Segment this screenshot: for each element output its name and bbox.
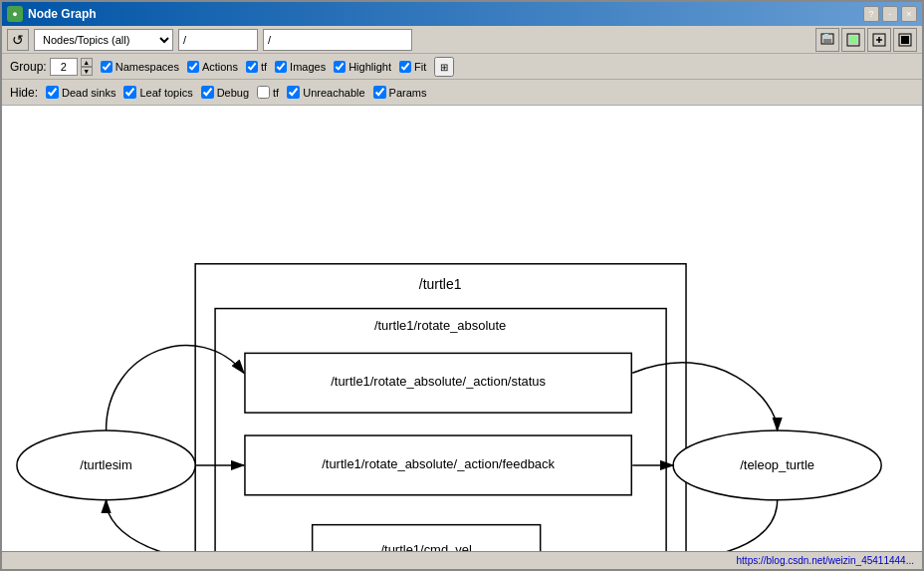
leaf-topics-option[interactable]: Leaf topics [123, 86, 192, 99]
tf-checkbox[interactable] [246, 61, 258, 73]
actions-label: Actions [202, 61, 238, 73]
params-option[interactable]: Params [373, 86, 427, 99]
main-toolbar: ↺ Nodes/Topics (all) [2, 26, 922, 54]
namespace-filter-input[interactable] [178, 29, 258, 51]
toolbar-icons [815, 28, 917, 52]
params-label: Params [389, 87, 427, 99]
close-button[interactable]: × [901, 6, 917, 22]
namespaces-option[interactable]: Namespaces [101, 61, 179, 73]
fit-checkbox[interactable] [399, 61, 411, 73]
turtlesim-label: /turtlesim [80, 457, 131, 472]
fit-label: Fit [414, 61, 426, 73]
params-checkbox[interactable] [373, 86, 386, 99]
highlight-label: Highlight [348, 61, 391, 73]
view-mode-dropdown[interactable]: Nodes/Topics (all) [34, 29, 173, 51]
debug-option[interactable]: Debug [201, 86, 249, 99]
tf-label: tf [261, 61, 267, 73]
main-window: ● Node Graph ? - × ↺ Nodes/Topics (all) [0, 0, 924, 571]
tf-option[interactable]: tf [246, 61, 267, 73]
images-label: Images [290, 61, 326, 73]
images-option[interactable]: Images [275, 61, 326, 73]
refresh-button[interactable]: ↺ [7, 29, 29, 51]
leaf-topics-checkbox[interactable] [123, 86, 136, 99]
rotate-absolute-label: /turtle1/rotate_absolute [374, 318, 506, 333]
group-label: Group: [10, 60, 47, 74]
separator: - [882, 6, 898, 22]
status-url: https://blog.csdn.net/weizin_45411444... [737, 555, 914, 566]
graph-area[interactable]: /turtle1 /turtle1/rotate_absolute /turtl… [2, 106, 922, 551]
graph-svg: /turtle1 /turtle1/rotate_absolute /turtl… [2, 106, 922, 551]
namespaces-checkbox[interactable] [101, 61, 113, 73]
node-filter-input[interactable] [263, 29, 412, 51]
options-button[interactable] [893, 28, 917, 52]
status-bar: https://blog.csdn.net/weizin_45411444... [2, 551, 922, 569]
group-down-button[interactable]: ▼ [81, 67, 93, 76]
images-checkbox[interactable] [275, 61, 287, 73]
tf-hide-label: tf [273, 87, 279, 99]
svg-rect-1 [823, 39, 831, 43]
titlebar: ● Node Graph ? - × [2, 2, 922, 26]
cmd-vel-label: /turtle1/cmd_vel [380, 542, 471, 551]
turtle1-label: /turtle1 [419, 276, 462, 292]
highlight-option[interactable]: Highlight [334, 61, 391, 73]
svg-rect-4 [849, 36, 857, 44]
svg-rect-9 [901, 36, 909, 44]
leaf-topics-label: Leaf topics [139, 87, 192, 99]
teleop-turtle-label: /teleop_turtle [740, 457, 814, 472]
help-button[interactable]: ? [863, 6, 879, 22]
group-control: Group: ▲ ▼ [10, 58, 93, 76]
hide-bar: Hide: Dead sinks Leaf topics Debug tf Un… [2, 80, 922, 106]
actions-option[interactable]: Actions [187, 61, 238, 73]
dead-sinks-option[interactable]: Dead sinks [46, 86, 116, 99]
titlebar-buttons: ? - × [863, 6, 917, 22]
fit-button[interactable] [841, 28, 865, 52]
rotate-absolute-rect[interactable] [215, 309, 666, 551]
debug-checkbox[interactable] [201, 86, 214, 99]
status-label: /turtle1/rotate_absolute/_action/status [331, 374, 546, 389]
svg-rect-2 [824, 34, 828, 38]
namespaces-label: Namespaces [116, 61, 179, 73]
dead-sinks-checkbox[interactable] [46, 86, 59, 99]
group-spinner: ▲ ▼ [81, 58, 93, 76]
unreachable-label: Unreachable [303, 87, 364, 99]
feedback-label: /turtle1/rotate_absolute/_action/feedbac… [322, 456, 555, 471]
highlight-checkbox[interactable] [334, 61, 346, 73]
unreachable-option[interactable]: Unreachable [287, 86, 364, 99]
group-value-input[interactable] [50, 58, 78, 76]
group-up-button[interactable]: ▲ [81, 58, 93, 67]
hide-label: Hide: [10, 86, 38, 100]
zoom-button[interactable] [867, 28, 891, 52]
options-bar: Group: ▲ ▼ Namespaces Actions tf Images … [2, 54, 922, 80]
unreachable-checkbox[interactable] [287, 86, 300, 99]
tf-hide-checkbox[interactable] [257, 86, 270, 99]
actions-checkbox[interactable] [187, 61, 199, 73]
save-image-button[interactable] [815, 28, 839, 52]
fit-icon-button[interactable]: ⊞ [434, 57, 454, 77]
debug-label: Debug [217, 87, 249, 99]
fit-option[interactable]: Fit [399, 61, 426, 73]
window-title: Node Graph [28, 7, 863, 21]
app-icon: ● [7, 6, 23, 22]
dead-sinks-label: Dead sinks [62, 87, 116, 99]
tf-hide-option[interactable]: tf [257, 86, 279, 99]
